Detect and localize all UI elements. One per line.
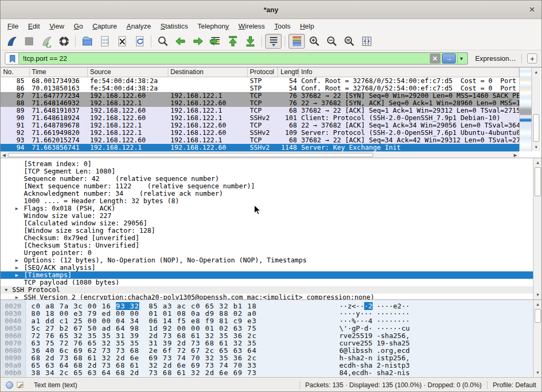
packet-row-88[interactable]: 8871.648146932192.168.122.1192.168.122.6…: [1, 99, 519, 107]
scroll-thumb[interactable]: [535, 167, 541, 196]
auto-scroll-button[interactable]: [265, 34, 282, 49]
scroll-thumb[interactable]: [533, 114, 539, 142]
detail-line[interactable]: [Calculated window size: 29056]: [1, 220, 541, 227]
find-packet-button[interactable]: [155, 34, 171, 49]
expression-button[interactable]: Expression…: [475, 54, 516, 62]
menu-telephony[interactable]: Telephony: [193, 21, 233, 32]
go-to-packet-button[interactable]: [207, 34, 223, 49]
ascii-bytes[interactable]: ···%···4 ········: [339, 317, 410, 325]
collapsed-arrow-icon[interactable]: ▶: [15, 271, 23, 279]
collapsed-arrow-icon[interactable]: ▶: [15, 257, 23, 264]
detail-line[interactable]: ▶SSH Version 2 (encryption:chacha20-poly…: [1, 294, 541, 300]
filter-apply-icon[interactable]: →: [442, 53, 456, 63]
column-header-length[interactable]: Length: [278, 68, 299, 77]
hex-row-0060[interactable]: 006072 76 65 32 35 35 31 39 2d 73 68 61 …: [1, 332, 541, 340]
zoom-in-button[interactable]: [306, 34, 322, 49]
ascii-bytes[interactable]: \'·gP·d· ······cu: [339, 325, 410, 332]
hex-row-00a0[interactable]: 00a065 63 64 68 2d 73 68 61 32 2d 6e 69 …: [1, 362, 541, 369]
collapsed-arrow-icon[interactable]: ▶: [15, 264, 23, 271]
packet-row-89[interactable]: 8971.648191037192.168.122.60192.168.122.…: [1, 107, 519, 114]
packet-row-85[interactable]: 8568.001734936fe:54:00:d4:38:2aSTP54Conf…: [1, 77, 519, 85]
zoom-out-button[interactable]: [323, 34, 340, 49]
menu-view[interactable]: View: [44, 21, 69, 32]
packet-bytes-pane[interactable]: 0020c0 a8 7a 3c 00 16 93 32 85 a3 ac c0 …: [1, 300, 541, 377]
hex-bytes[interactable]: c0 a8 7a 3c 00 16 93 32 85 a3 ac c0 65 3…: [31, 303, 257, 310]
hex-bytes[interactable]: 38 34 2c 65 63 64 68 2d 73 68 61 32 2d 6…: [31, 369, 257, 377]
detail-line[interactable]: ▶Flags: 0x018 (PSH, ACK): [1, 205, 541, 212]
hex-bytes[interactable]: 63 75 72 76 65 32 35 35 31 39 2d 73 68 6…: [31, 340, 257, 347]
colorize-packets-button[interactable]: [288, 34, 305, 49]
expert-info-icon[interactable]: [6, 381, 13, 389]
column-header-protocol[interactable]: Protocol: [248, 68, 278, 77]
capture-options-button[interactable]: [56, 34, 72, 49]
ascii-bytes[interactable]: ··z<···2 ····e2··: [339, 303, 410, 310]
packet-row-94[interactable]: 9471.663856741192.168.122.1192.168.122.6…: [1, 144, 519, 151]
zoom-reset-button[interactable]: [341, 34, 357, 49]
packet-row-91[interactable]: 9171.648789678192.168.122.1192.168.122.6…: [1, 122, 519, 129]
scroll-up-icon[interactable]: ▲: [534, 158, 542, 167]
detail-line[interactable]: Checksum: 0x79ed [unverified]: [1, 234, 541, 242]
ascii-bytes[interactable]: 84,ecdh- sha2-nis: [339, 369, 410, 377]
detail-line[interactable]: Window size value: 227: [1, 212, 541, 220]
detail-line[interactable]: ▶[Timestamps]: [1, 271, 541, 279]
expanded-arrow-icon[interactable]: ▼: [5, 286, 12, 294]
detail-line[interactable]: ▼SSH Protocol: [1, 286, 541, 294]
hex-bytes[interactable]: 68 2d 73 68 61 32 2d 6e 69 73 74 70 32 3…: [31, 354, 257, 362]
hex-row-0020[interactable]: 0020c0 a8 7a 3c 00 16 93 32 85 a3 ac c0 …: [1, 303, 541, 310]
menu-wireless[interactable]: Wireless: [234, 21, 270, 32]
hex-row-0040[interactable]: 0040a1 dd c1 25 00 00 04 34 06 14 f5 e8 …: [1, 317, 541, 325]
menu-capture[interactable]: Capture: [88, 21, 122, 32]
hex-row-0050[interactable]: 00505c 27 b2 67 50 ad 64 98 1d 92 00 00 …: [1, 325, 541, 332]
detail-line[interactable]: Sequence number: 42 (relative sequence n…: [1, 175, 541, 183]
hex-bytes[interactable]: a1 dd c1 25 00 00 04 34 06 14 f5 e8 f9 8…: [31, 317, 257, 325]
detail-line[interactable]: Urgent pointer: 0: [1, 249, 541, 257]
open-file-button[interactable]: [79, 34, 95, 49]
hex-bytes[interactable]: 72 76 65 32 35 35 31 39 2d 73 68 61 32 3…: [31, 332, 257, 340]
detail-line[interactable]: TCP payload (1080 bytes): [1, 279, 541, 286]
close-window-icon[interactable]: ✕: [529, 5, 535, 14]
hex-row-0090[interactable]: 009068 2d 73 68 61 32 2d 6e 69 73 74 70 …: [1, 354, 541, 362]
packet-row-86[interactable]: 8670.013850163fe:54:00:d4:38:2aSTP54Conf…: [1, 85, 519, 92]
hex-row-0030[interactable]: 003080 18 00 e3 79 ed 00 00 01 01 08 0a …: [1, 310, 541, 317]
scroll-thumb[interactable]: [535, 309, 541, 323]
packet-row-92[interactable]: 9271.661949820192.168.122.1192.168.122.6…: [1, 129, 519, 136]
scroll-up-icon[interactable]: ▲: [532, 68, 540, 76]
ascii-bytes[interactable]: 6@libssh .org,ecd: [339, 347, 410, 354]
hex-bytes[interactable]: 65 63 64 68 2d 73 68 61 32 2d 6e 69 73 7…: [31, 362, 257, 369]
menu-analyze[interactable]: Analyze: [122, 21, 156, 32]
collapsed-arrow-icon[interactable]: ▶: [15, 205, 23, 212]
start-capture-button[interactable]: [3, 34, 20, 49]
column-header-destination[interactable]: Destination: [168, 68, 248, 77]
ascii-bytes[interactable]: ecdh-sha 2-nistp3: [339, 362, 410, 369]
go-back-button[interactable]: [172, 34, 188, 49]
go-to-bottom-button[interactable]: [242, 34, 258, 49]
detail-line[interactable]: ▶Options: (12 bytes), No-Operation (NOP)…: [1, 257, 541, 264]
column-header-info[interactable]: Info: [299, 68, 519, 77]
menu-edit[interactable]: Edit: [23, 21, 44, 32]
stop-capture-button[interactable]: [21, 34, 37, 49]
detail-line[interactable]: 1000 .... = Header Length: 32 bytes (8): [1, 197, 541, 205]
close-file-button[interactable]: [114, 34, 130, 49]
go-to-top-button[interactable]: [224, 34, 241, 49]
hex-bytes[interactable]: 80 18 00 e3 79 ed 00 00 01 01 08 0a d9 8…: [31, 310, 257, 317]
hex-row-0070[interactable]: 007063 75 72 76 65 32 35 35 31 39 2d 73 …: [1, 340, 541, 347]
restart-capture-button[interactable]: [38, 34, 55, 49]
detail-line[interactable]: [Window size scaling factor: 128]: [1, 227, 541, 234]
details-vscrollbar[interactable]: ▲ ▼: [533, 158, 542, 299]
ascii-bytes[interactable]: curve255 19-sha25: [339, 340, 410, 347]
ascii-bytes[interactable]: h-sha2-n istp256,: [339, 354, 410, 362]
scroll-down-icon[interactable]: ▼: [532, 143, 540, 151]
ascii-bytes[interactable]: rve25519 -sha256,: [339, 332, 410, 340]
collapsed-arrow-icon[interactable]: ▶: [15, 294, 23, 300]
filter-clear-icon[interactable]: ✕: [430, 53, 440, 63]
scroll-up-icon[interactable]: ▲: [534, 300, 542, 308]
column-header-source[interactable]: Source: [88, 68, 168, 77]
intelligent-scrollbar-minimap[interactable]: [519, 68, 531, 151]
detail-line[interactable]: [Next sequence number: 1122 (relative se…: [1, 183, 541, 190]
reload-file-button[interactable]: [131, 34, 148, 49]
packet-row-87[interactable]: 8771.647777234192.168.122.60192.168.122.…: [1, 92, 519, 99]
filter-bookmark-button[interactable]: [5, 52, 19, 65]
save-file-button[interactable]: 01010110: [96, 34, 113, 49]
menu-help[interactable]: Help: [295, 21, 319, 32]
detail-line[interactable]: [TCP Segment Len: 1080]: [1, 168, 541, 175]
